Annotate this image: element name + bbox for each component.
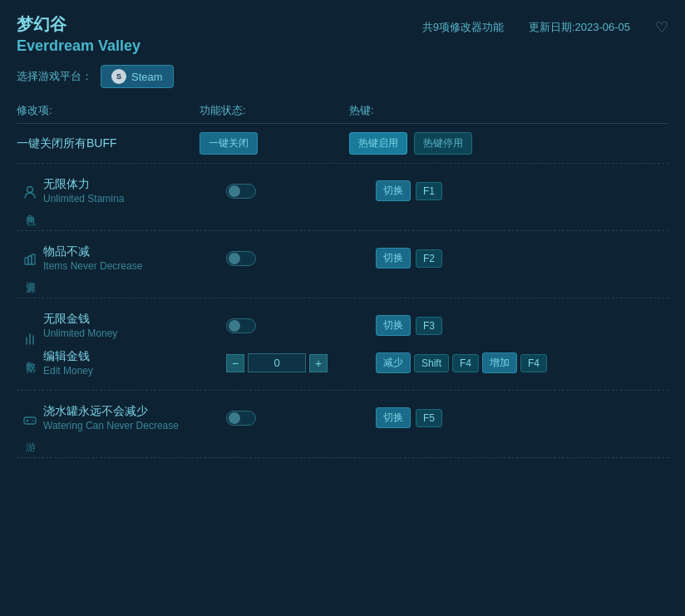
mod-toggle-area [226,184,376,199]
mod-hotkey-area: 切换 F5 [376,407,668,428]
character-section-icon [22,185,37,203]
mod-name-block: 浇水罐永远不会减少 Watering Can Never Decrease [43,404,226,431]
svg-point-11 [33,421,34,421]
sidebar-resources: 资源 [17,231,43,298]
number-input[interactable] [248,353,306,372]
key-button[interactable]: F2 [416,249,442,268]
section-resources: 资源物品不减 Items Never Decrease 切换 F2 [17,231,668,298]
mod-name-cn: 物品不减 [43,244,226,259]
toggle-switch[interactable] [226,411,256,426]
mod-toggle-area [226,318,376,333]
mod-hotkey-area: 切换 F1 [376,180,668,201]
number-mod-row: 编辑金钱 Edit Money − + 减少 Shift F4 增加 F4 [43,344,668,382]
key-button[interactable]: F3 [416,317,442,335]
character-sidebar-label: 角色 [23,206,37,209]
toggle-hotkey-button[interactable]: 切换 [376,248,411,269]
col-status-header: 功能状态: [200,103,349,118]
platform-label: 选择游戏平台： [17,69,92,84]
sidebar-character: 角色 [17,164,43,230]
mod-name-en: Watering Can Never Decrease [43,420,226,431]
svg-point-0 [27,187,33,193]
mod-hotkey-area: 切换 F2 [376,248,668,269]
svg-rect-7 [24,417,36,424]
toggle-hotkey-button[interactable]: 切换 [376,315,411,336]
mod-name-en: Unlimited Money [43,328,226,339]
section-content-resources: 物品不减 Items Never Decrease 切换 F2 [43,231,668,298]
mod-name-block: 无限体力 Unlimited Stamina [43,177,226,205]
update-date: 更新日期:2023-06-05 [529,20,630,35]
increase-button[interactable]: + [309,354,328,372]
number-hotkeys: 减少 Shift F4 增加 F4 [376,352,668,373]
hotkey-disable-button[interactable]: 热键停用 [414,132,472,155]
section-content-game: 浇水罐永远不会减少 Watering Can Never Decrease 切换… [43,391,668,457]
key-button[interactable]: F5 [416,409,442,427]
mod-hotkey-area: 切换 F3 [376,315,668,336]
col-hotkey-header: 热键: [349,103,668,118]
mod-name-cn: 浇水罐永远不会减少 [43,404,226,419]
header: 梦幻谷 Everdream Valley 共9项修改器功能 更新日期:2023-… [17,13,668,55]
game-section-icon [22,412,37,431]
column-headers: 修改项: 功能状态: 热键: [17,103,668,124]
game-title-cn: 梦幻谷 [17,13,140,36]
shift-key[interactable]: Shift [414,354,449,372]
number-mod-name-block: 编辑金钱 Edit Money [43,349,226,377]
hotkey-enable-button[interactable]: 热键启用 [349,132,407,155]
mod-row: 无限金钱 Unlimited Money 切换 F3 [43,307,668,344]
col-mod-header: 修改项: [17,103,200,118]
mod-name-en: Items Never Decrease [43,260,226,272]
mod-name-cn: 无限金钱 [43,312,226,327]
key-button[interactable]: F1 [416,182,442,200]
section-game: 游浇水罐永远不会减少 Watering Can Never Decrease 切… [17,391,668,458]
favorite-icon[interactable]: ♡ [655,18,668,37]
mod-name-en: Edit Money [43,365,226,377]
toggle-switch[interactable] [226,184,256,199]
toggle-hotkey-button[interactable]: 切换 [376,180,411,201]
f4-decrease-key[interactable]: F4 [452,354,479,372]
toggle-switch[interactable] [226,318,256,333]
resources-sidebar-label: 资源 [23,274,37,277]
toggle-hotkey-button[interactable]: 切换 [376,407,411,428]
mod-name-cn: 编辑金钱 [43,349,226,364]
platform-selector: 选择游戏平台： S Steam [17,65,668,88]
svg-rect-3 [32,254,35,264]
section-content-character: 无限体力 Unlimited Stamina 切换 F1 [43,164,668,230]
section-data: 数据无限金钱 Unlimited Money 切换 F3 编辑金钱 Edit M… [17,298,668,391]
mod-name-en: Unlimited Stamina [43,193,226,205]
data-section-icon [22,332,37,350]
increase-hotkey-label[interactable]: 增加 [482,352,517,373]
decrease-button[interactable]: − [226,354,244,372]
mod-count: 共9项修改器功能 [422,20,504,35]
sidebar-game: 游 [17,391,43,457]
steam-platform-button[interactable]: S Steam [101,65,174,88]
section-content-data: 无限金钱 Unlimited Money 切换 F3 编辑金钱 Edit Mon… [43,298,668,390]
mod-toggle-area [226,251,376,266]
steam-logo-icon: S [111,69,126,84]
game-title-en: Everdream Valley [17,37,140,55]
platform-button-label: Steam [131,71,163,83]
one-key-close-button[interactable]: 一键关闭 [200,132,258,155]
toggle-switch[interactable] [226,251,256,266]
mod-name-cn: 无限体力 [43,177,226,192]
decrease-hotkey-label[interactable]: 减少 [376,352,411,373]
section-character: 角色无限体力 Unlimited Stamina 切换 F1 [17,164,668,231]
one-key-status: 一键关闭 [200,132,349,155]
data-sidebar-label: 数据 [23,353,37,357]
one-key-hotkeys: 热键启用 热键停用 [349,132,668,155]
f4-increase-key[interactable]: F4 [520,354,547,372]
sections-container: 角色无限体力 Unlimited Stamina 切换 F1 资源物品不减 It… [17,164,668,458]
mod-row: 浇水罐永远不会减少 Watering Can Never Decrease 切换… [43,399,668,436]
mod-row: 物品不减 Items Never Decrease 切换 F2 [43,239,668,277]
sidebar-data: 数据 [17,298,43,390]
one-key-row: 一键关闭所有BUFF 一键关闭 热键启用 热键停用 [17,124,668,164]
svg-point-10 [32,420,32,421]
mod-name-block: 物品不减 Items Never Decrease [43,244,226,272]
mod-row: 无限体力 Unlimited Stamina 切换 F1 [43,172,668,209]
title-block: 梦幻谷 Everdream Valley [17,13,140,55]
number-controls: − + [226,353,376,372]
header-meta: 共9项修改器功能 更新日期:2023-06-05 ♡ [422,18,668,37]
one-key-label: 一键关闭所有BUFF [17,136,200,151]
resources-section-icon [22,252,37,270]
mod-name-block: 无限金钱 Unlimited Money [43,312,226,339]
mod-toggle-area [226,411,376,426]
game-sidebar-label: 游 [23,434,37,436]
